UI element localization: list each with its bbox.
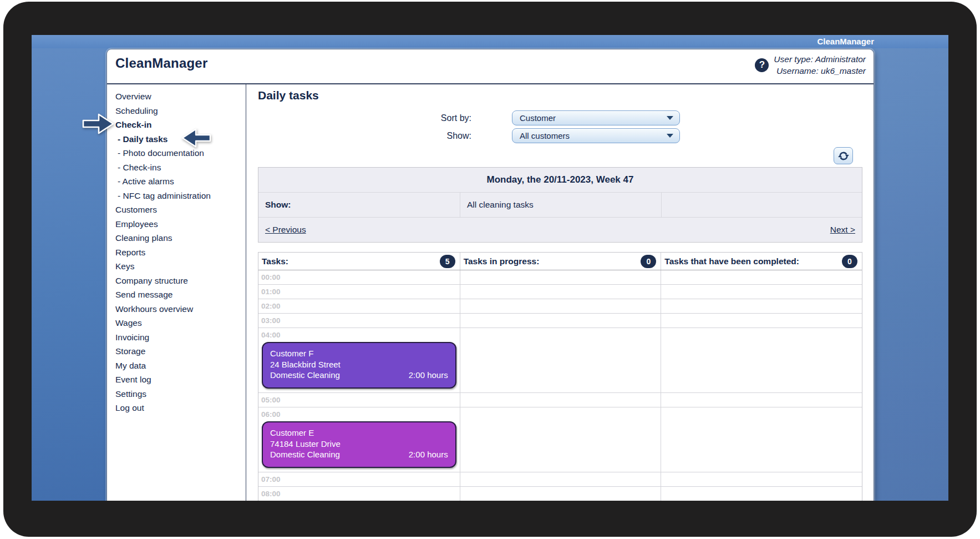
app-logo: CleanManager [115, 56, 207, 71]
sidebar-item-workhours-overview[interactable]: Workhours overview [115, 302, 246, 316]
sidebar-item-send-message[interactable]: Send message [115, 288, 246, 302]
task-bottom-line: Domestic Cleaning2:00 hours [270, 370, 448, 381]
board-rows: 00:0001:0002:0003:0004:00Customer F24 Bl… [258, 270, 862, 501]
in-progress-cell [460, 472, 661, 486]
page-title: Daily tasks [258, 89, 862, 102]
in-progress-cell [460, 393, 661, 407]
board-header: Tasks:5Tasks in progress:0Tasks that hav… [258, 253, 862, 270]
pointer-arrow-daily-tasks [180, 128, 212, 148]
count-badge: 0 [641, 255, 656, 268]
sidebar-item-storage[interactable]: Storage [115, 344, 246, 359]
task-address: 24 Blackbird Street [270, 359, 448, 370]
tasks-cell: 01:00 [258, 285, 460, 299]
completed-cell [661, 472, 862, 486]
completed-cell [661, 487, 862, 501]
in-progress-cell [460, 314, 661, 328]
sidebar-item-check-ins[interactable]: - Check-ins [115, 160, 246, 175]
sort-by-select[interactable]: Customer [512, 110, 680, 125]
date-show-label: Show: [258, 193, 460, 217]
screenshot-stage: CleanManager CleanManager ? User type: A… [0, 0, 980, 539]
hour-row-00-00: 00:00 [258, 270, 862, 285]
help-icon[interactable]: ? [755, 58, 769, 72]
sidebar-item-company-structure[interactable]: Company structure [115, 274, 246, 288]
hour-label: 00:00 [258, 270, 460, 284]
chevron-down-icon [667, 134, 673, 138]
window-body: OverviewSchedulingCheck-in- Daily tasks-… [107, 84, 874, 501]
in-progress-cell [460, 285, 661, 299]
hour-label: 07:00 [258, 472, 460, 486]
tasks-cell: 03:00 [258, 314, 460, 328]
previous-day-link[interactable]: < Previous [265, 218, 306, 242]
completed-cell [661, 299, 862, 313]
in-progress-cell [460, 407, 661, 472]
browser-titlebar: CleanManager [32, 35, 948, 48]
tasks-cell: 07:00 [258, 472, 460, 486]
sidebar-item-overview[interactable]: Overview [115, 89, 246, 104]
sort-by-value: Customer [520, 113, 556, 123]
show-select[interactable]: All customers [512, 128, 680, 143]
username-text: Username: uk6_master [774, 65, 866, 77]
hour-label: 08:00 [258, 487, 460, 500]
main-content: Daily tasks Sort by: Customer Show: All … [246, 84, 874, 501]
sidebar-item-scheduling[interactable]: Scheduling [115, 104, 246, 118]
sidebar-item-wages[interactable]: Wages [115, 316, 246, 330]
hour-label: 06:00 [258, 407, 460, 421]
refresh-row [258, 147, 862, 164]
hour-row-07-00: 07:00 [258, 472, 862, 487]
task-card-customer-f[interactable]: Customer F24 Blackbird StreetDomestic Cl… [262, 342, 456, 389]
sidebar-item-cleaning-plans[interactable]: Cleaning plans [115, 231, 246, 245]
completed-cell [661, 314, 862, 328]
user-info-box: ? User type: Administrator Username: uk6… [755, 53, 866, 77]
board-column-header-tasks-in-progress: Tasks in progress:0 [460, 253, 661, 270]
in-progress-cell [460, 270, 661, 284]
sidebar-item-reports[interactable]: Reports [115, 245, 246, 260]
chevron-down-icon [667, 116, 673, 120]
task-card-customer-e[interactable]: Customer E74184 Luster DriveDomestic Cle… [262, 421, 456, 468]
hour-label: 01:00 [258, 285, 460, 298]
sidebar-item-keys[interactable]: Keys [115, 259, 246, 274]
hour-label: 02:00 [258, 299, 460, 313]
tasks-cell: 08:00 [258, 487, 460, 501]
filter-controls: Sort by: Customer Show: All customers [258, 110, 862, 143]
task-service: Domestic Cleaning [270, 449, 340, 460]
show-label: Show: [258, 128, 471, 143]
hour-row-01-00: 01:00 [258, 285, 862, 299]
completed-cell [661, 328, 862, 392]
hour-label: 03:00 [258, 314, 460, 327]
sidebar-item-customers[interactable]: Customers [115, 203, 246, 217]
in-progress-cell [460, 328, 661, 392]
next-day-link[interactable]: Next > [830, 218, 855, 242]
hour-row-05-00: 05:00 [258, 393, 862, 407]
sidebar-item-my-data[interactable]: My data [115, 359, 246, 373]
sidebar-item-settings[interactable]: Settings [115, 387, 246, 401]
in-progress-cell [460, 299, 661, 313]
completed-cell [661, 407, 862, 472]
sidebar-item-active-alarms[interactable]: - Active alarms [115, 174, 246, 189]
refresh-button[interactable] [834, 147, 853, 164]
sidebar-item-invoicing[interactable]: Invoicing [115, 330, 246, 345]
tasks-cell: 05:00 [258, 393, 460, 407]
hour-row-08-00: 08:00 [258, 487, 862, 501]
hour-label: 04:00 [258, 328, 460, 341]
desktop-background: CleanManager CleanManager ? User type: A… [32, 35, 948, 501]
refresh-icon [838, 150, 849, 162]
task-address: 74184 Luster Drive [270, 439, 448, 450]
sidebar-item-nfc-tag-administration[interactable]: - NFC tag administration [115, 189, 246, 203]
date-show-value: All cleaning tasks [460, 193, 661, 217]
board-column-header-tasks: Tasks:5 [258, 253, 460, 270]
date-bar: Monday, the 20/11-2023, Week 47 Show: Al… [258, 167, 862, 243]
sidebar-item-employees[interactable]: Employees [115, 217, 246, 231]
task-customer: Customer E [270, 427, 448, 439]
user-type-text: User type: Administrator [774, 53, 866, 65]
task-bottom-line: Domestic Cleaning2:00 hours [270, 449, 448, 460]
sidebar-item-event-log[interactable]: Event log [115, 372, 246, 387]
app-header: CleanManager ? User type: Administrator … [107, 49, 874, 84]
date-title: Monday, the 20/11-2023, Week 47 [258, 168, 862, 193]
sidebar-item-log-out[interactable]: Log out [115, 401, 246, 415]
date-nav-row: < Previous Next > [258, 218, 862, 242]
pointer-arrow-check-in [82, 113, 115, 135]
sort-by-label: Sort by: [258, 110, 471, 125]
column-label: Tasks that have been completed: [664, 256, 799, 266]
count-badge: 5 [440, 255, 455, 268]
sidebar: OverviewSchedulingCheck-in- Daily tasks-… [107, 84, 246, 501]
